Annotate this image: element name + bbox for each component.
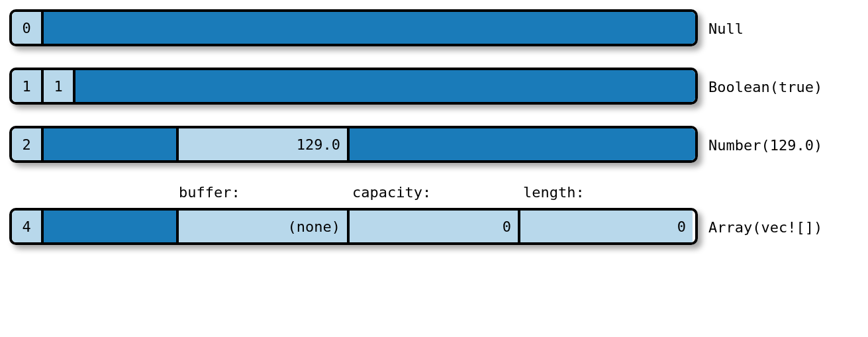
row-boolean: 1 1 Boolean(true) (9, 68, 859, 105)
bar-array: 4 (none) 0 0 (9, 208, 698, 245)
array-field-headers: buffer: capacity: length: (9, 184, 698, 205)
row-label: Number(129.0) (708, 137, 822, 163)
unused-fill (44, 12, 695, 44)
length-value: 0 (520, 211, 693, 242)
number-value: 129.0 (176, 128, 350, 160)
header-length: length: (520, 184, 693, 205)
row-label: Array(vec![]) (708, 219, 822, 245)
row-null: 0 Null (9, 9, 859, 46)
memory-layout-diagram: 0 Null 1 1 Boolean(true) 2 129.0 Number( (9, 9, 859, 245)
tag-byte: 4 (12, 211, 44, 242)
tag-byte: 2 (12, 128, 44, 160)
bar-number: 2 129.0 (9, 126, 698, 163)
unused-fill (75, 70, 695, 102)
header-buffer: buffer: (176, 184, 350, 205)
header-capacity: capacity: (350, 184, 520, 205)
padding (44, 128, 176, 160)
row-array: buffer: capacity: length: 4 (none) 0 0 A… (9, 184, 859, 245)
tag-byte: 0 (12, 12, 44, 44)
padding (44, 211, 176, 242)
capacity-value: 0 (350, 211, 520, 242)
bool-byte: 1 (44, 70, 75, 102)
unused-fill (350, 128, 695, 160)
buffer-value: (none) (176, 211, 350, 242)
bar-boolean: 1 1 (9, 68, 698, 105)
tag-byte: 1 (12, 70, 44, 102)
row-number: 2 129.0 Number(129.0) (9, 126, 859, 163)
row-label: Boolean(true) (708, 79, 822, 105)
row-label: Null (708, 21, 744, 46)
bar-null: 0 (9, 9, 698, 46)
